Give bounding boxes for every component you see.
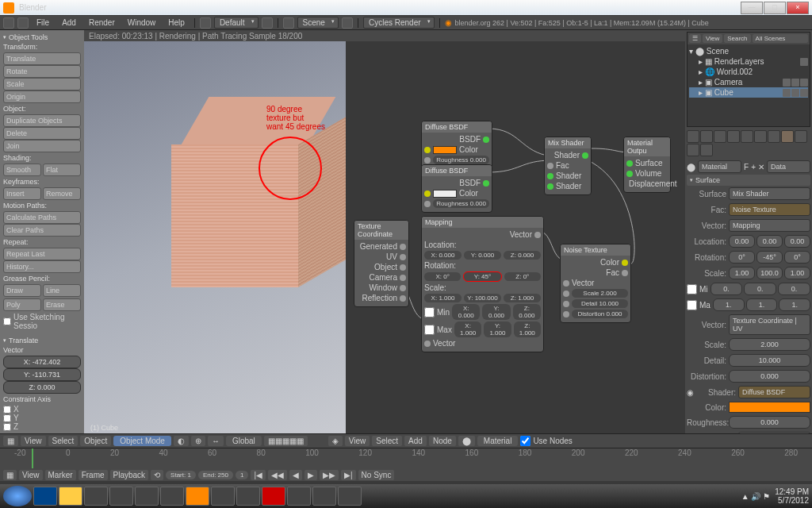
translate-x[interactable]: X: -472.402 (3, 356, 81, 368)
jump-end-icon[interactable]: ▶| (341, 470, 356, 480)
distortion-field[interactable]: 0.000 (729, 370, 810, 383)
material-output-node[interactable]: Material Outpu Surface Volume Displaceme… (623, 137, 671, 193)
start-button[interactable] (3, 486, 32, 506)
color-swatch[interactable] (433, 190, 457, 198)
min-checkbox[interactable] (424, 307, 435, 318)
end-frame[interactable]: End: 250 (198, 471, 233, 479)
material-slot[interactable]: Material (698, 160, 741, 173)
node-editor[interactable]: Diffuse BSDF BSDF Color Roughness 0.000 … (346, 41, 685, 433)
outliner-world[interactable]: ▸ 🌐World.002 (689, 67, 808, 77)
pivot-icon[interactable]: ⊕ (191, 436, 205, 446)
max-clamp-checkbox[interactable] (687, 300, 697, 310)
surface-header[interactable]: Surface (687, 175, 810, 186)
shading-icon[interactable]: ◐ (174, 436, 189, 446)
constraint-z-checkbox[interactable] (3, 423, 11, 431)
roughness1-field[interactable]: 0.000 (729, 416, 810, 429)
taskbar-blender-icon[interactable] (186, 487, 209, 506)
node-editor-icon[interactable]: ◈ (328, 436, 343, 446)
material-icon[interactable]: ⬤ (458, 436, 475, 446)
outliner-cube[interactable]: ▸ ▣Cube (689, 87, 808, 98)
tray-icons[interactable]: ▲ 🔊 ⚑ (741, 492, 770, 501)
layout-dropdown[interactable]: Default (214, 17, 259, 29)
prop-tab-material[interactable] (781, 130, 794, 143)
flat-button[interactable]: Flat (43, 164, 81, 176)
scene-dropdown[interactable]: Scene (297, 17, 339, 29)
smooth-button[interactable]: Smooth (3, 164, 41, 176)
color-swatch[interactable] (433, 146, 457, 154)
orientation-dropdown[interactable]: Global (226, 436, 262, 446)
translate-y[interactable]: Y: -110.731 (3, 368, 81, 381)
editor-type-icon[interactable]: ▦ (3, 436, 18, 446)
ne-add[interactable]: Add (404, 436, 427, 446)
tl-marker[interactable]: Marker (45, 470, 76, 480)
prop-tab-object[interactable] (727, 130, 740, 143)
scale-button[interactable]: Scale (3, 78, 81, 90)
max-checkbox[interactable] (424, 325, 435, 335)
poly-button[interactable]: Poly (3, 298, 41, 311)
outliner-icon[interactable]: ☰ (689, 34, 701, 43)
current-frame[interactable]: 1 (236, 471, 248, 479)
shader1-dropdown[interactable]: Diffuse BSDF (738, 386, 810, 398)
ne-select[interactable]: Select (372, 436, 402, 446)
sync-dropdown[interactable]: No Sync (358, 470, 395, 480)
vh-view[interactable]: View (21, 436, 46, 446)
prop-tab-world[interactable] (714, 130, 726, 143)
history-button[interactable]: History... (3, 260, 81, 273)
texture-coordinate-node[interactable]: Texture Coordinate Generated UV Object C… (354, 220, 409, 307)
node-type[interactable]: Data (767, 160, 810, 173)
clock-time[interactable]: 12:49 PM (775, 487, 809, 496)
detail-field[interactable]: 10.000 (729, 354, 810, 367)
mode-dropdown[interactable]: Object Mode (113, 436, 171, 446)
add-scene-icon[interactable] (342, 17, 353, 29)
translate-panel-header[interactable]: Translate (3, 337, 81, 344)
tl-view[interactable]: View (19, 470, 43, 480)
insert-keyframe-button[interactable]: Insert (3, 187, 41, 200)
taskbar-app-icon[interactable] (84, 487, 108, 506)
prop-tab-constraints[interactable] (741, 130, 753, 143)
maximize-button[interactable]: □ (764, 2, 786, 14)
manipulator-icon[interactable]: ↔ (208, 436, 224, 446)
constraint-x-checkbox[interactable] (3, 406, 11, 414)
prop-tab-data[interactable] (768, 130, 780, 143)
use-nodes-checkbox[interactable] (520, 436, 530, 446)
play-reverse-icon[interactable]: ◀ (289, 470, 302, 480)
taskbar-app-icon[interactable] (262, 487, 285, 506)
line-button[interactable]: Line (43, 284, 81, 297)
prop-tab-texture[interactable] (795, 130, 807, 143)
menu-file[interactable]: File (32, 18, 54, 27)
prop-tab-physics[interactable] (700, 144, 713, 156)
remove-keyframe-button[interactable]: Remove (43, 187, 81, 200)
delete-button[interactable]: Delete (3, 127, 81, 140)
prev-keyframe-icon[interactable]: ◀◀ (268, 470, 287, 480)
material-dropdown[interactable]: Material (477, 436, 519, 446)
prop-tab-modifiers[interactable] (754, 130, 767, 143)
taskbar-app-icon[interactable] (109, 487, 133, 506)
play-icon[interactable]: ▶ (304, 470, 317, 480)
rotate-button[interactable]: Rotate (3, 65, 81, 78)
back-icon[interactable] (200, 17, 211, 29)
duplicate-button[interactable]: Duplicate Objects (3, 114, 81, 127)
erase-button[interactable]: Erase (43, 298, 81, 311)
tl-playback[interactable]: Playback (110, 470, 149, 480)
draw-button[interactable]: Draw (3, 284, 41, 297)
prop-tab-render[interactable] (687, 130, 699, 143)
object-tools-header[interactable]: Object Tools (3, 33, 81, 41)
vector-dropdown[interactable]: Mapping (729, 219, 810, 232)
prop-tab-particles[interactable] (687, 144, 699, 156)
taskbar-explorer-icon[interactable] (59, 487, 82, 506)
timeline-editor-icon[interactable]: ▦ (3, 470, 17, 480)
translate-button[interactable]: Translate (3, 52, 81, 65)
taskbar-app-icon[interactable] (338, 487, 362, 506)
outliner-scope[interactable]: All Scenes (753, 34, 808, 43)
taskbar-app-icon[interactable] (211, 487, 235, 506)
taskbar-chrome-icon[interactable] (287, 487, 311, 506)
join-button[interactable]: Join (3, 140, 81, 152)
repeat-last-button[interactable]: Repeat Last (3, 248, 81, 260)
start-frame[interactable]: Start: 1 (166, 471, 196, 479)
sketching-checkbox[interactable] (3, 318, 11, 325)
taskbar-app-icon[interactable] (312, 487, 336, 506)
minimize-button[interactable]: — (741, 2, 763, 14)
ne-view[interactable]: View (345, 436, 370, 446)
surface-dropdown[interactable]: Mix Shader (729, 187, 810, 200)
clear-paths-button[interactable]: Clear Paths (3, 224, 81, 237)
